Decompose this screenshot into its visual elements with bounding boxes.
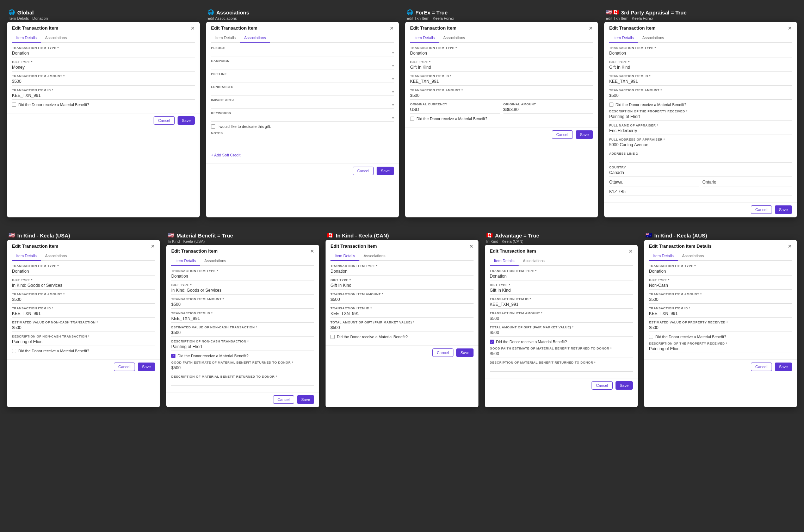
tab-associations-inkind-can[interactable]: Associations [359,252,390,261]
field-amount-appraisal: TRANSACTION ITEM AMOUNT * $500 [609,88,792,100]
tab-item-details-appraisal[interactable]: Item Details [609,33,638,43]
close-icon-global[interactable]: ✕ [191,26,195,31]
field-amount-inkind-usa: TRANSACTION ITEM AMOUNT * $500 [12,292,155,304]
modal-tabs-inkind-aus: Item Details Associations [649,252,792,261]
scenario-inkind-can: 🇨🇦 In Kind - Keela (CAN) Edit Transactio… [326,230,478,407]
save-button-assoc[interactable]: Save [377,167,394,175]
close-icon-inkind-aus[interactable]: ✕ [788,244,792,249]
checkbox-material-inkind-aus[interactable]: Did the Donor receive a Material Benefit… [649,335,792,339]
save-button-forex[interactable]: Save [576,130,593,139]
checkbox-material-forex[interactable]: Did the Donor receive a Material Benefit… [410,117,593,121]
close-icon-material-usa[interactable]: ✕ [310,249,314,254]
modal-tabs-assoc: Item Details Associations [211,33,394,43]
checkbox-icon-inkind-can [330,335,335,339]
field-pledge: PLEDGE ▾ [211,46,394,56]
cancel-button-appraisal[interactable]: Cancel [751,205,772,214]
save-button-advantage-can[interactable]: Save [616,381,633,390]
tab-item-details-material-usa[interactable]: Item Details [171,256,200,266]
save-button-inkind-aus[interactable]: Save [775,363,792,371]
select-keywords[interactable]: ▾ [211,116,394,122]
select-campaign[interactable]: ▾ [211,64,394,69]
modal-assoc: Edit Transaction Item ✕ Item Details Ass… [206,22,399,217]
tab-item-details-advantage-can[interactable]: Item Details [490,256,519,266]
checkbox-material-inkind-can[interactable]: Did the Donor receive a Material Benefit… [330,335,474,339]
modal-title-appraisal: Edit Transaction Item [609,25,655,31]
field-keywords: KEYWORDS ▾ [211,111,394,122]
close-icon-assoc[interactable]: ✕ [390,26,394,31]
close-icon-inkind-usa[interactable]: ✕ [151,244,155,249]
tab-associations-appraisal[interactable]: Associations [638,33,668,43]
tab-associations-inkind-usa[interactable]: Associations [41,252,71,261]
modal-footer-appraisal: Cancel Save [604,202,797,217]
field-amount-inkind-aus: TRANSACTION ITEM AMOUNT * $500 [649,292,792,304]
tab-item-details-inkind-usa[interactable]: Item Details [12,252,41,261]
tab-item-details-inkind-aus[interactable]: Item Details [649,252,678,261]
tab-item-details-forex[interactable]: Item Details [410,33,439,43]
checkbox-material-appraisal[interactable]: Did the Donor receive a Material Benefit… [609,103,792,107]
scenario-global: 🌐 Global Item Details - Donation Edit Tr… [7,7,200,217]
tab-item-details-inkind-can[interactable]: Item Details [330,252,359,261]
save-button-appraisal[interactable]: Save [775,205,792,214]
checkbox-icon-inkind-usa [12,349,16,353]
modal-footer-material-usa: Cancel Save [166,392,319,407]
modal-body-inkind-usa: TRANSACTION ITEM TYPE * Donation GIFT TY… [7,261,160,359]
select-pipeline[interactable]: ▾ [211,77,394,82]
field-desc-inkind-usa: DESCRIPTION OF NON-CASH TRANSACTION * Pa… [12,335,155,346]
modal-title-inkind-can: Edit Transaction Item [330,243,377,249]
field-city: Ottawa [609,180,699,186]
save-button-inkind-can[interactable]: Save [456,348,474,357]
checkbox-material-advantage-can[interactable]: ✓ Did the Donor receive a Material Benef… [490,340,633,344]
field-amount-advantage-can: TRANSACTION ITEM AMOUNT * $500 [490,311,633,323]
cancel-button-assoc[interactable]: Cancel [353,167,374,175]
modal-global: Edit Transaction Item ✕ Item Details Ass… [7,22,200,217]
tab-item-details-assoc[interactable]: Item Details [211,33,240,43]
cancel-button-material-usa[interactable]: Cancel [273,395,294,404]
close-icon-appraisal[interactable]: ✕ [788,26,792,31]
cancel-button-forex[interactable]: Cancel [552,130,573,139]
tab-associations-material-usa[interactable]: Associations [200,256,230,266]
field-amount-forex: TRANSACTION ITEM AMOUNT * $500 [410,88,593,100]
scenario-subtitle-material-usa: In Kind - Keela (USA) [168,239,318,243]
tab-associations-forex[interactable]: Associations [439,33,469,43]
tab-associations-advantage-can[interactable]: Associations [519,256,549,266]
cancel-button-inkind-usa[interactable]: Cancel [114,363,135,371]
cancel-button-global[interactable]: Cancel [154,116,175,125]
save-button-inkind-usa[interactable]: Save [138,363,155,371]
scenario-advantage-can: 🇨🇦 Advantage = True In Kind - Keela (CAN… [485,230,638,407]
tab-item-details-global[interactable]: Item Details [12,33,41,43]
close-icon-advantage-can[interactable]: ✕ [629,249,633,254]
cancel-button-inkind-aus[interactable]: Cancel [751,363,772,371]
notes-input[interactable] [211,136,394,150]
modal-body-material-usa: TRANSACTION ITEM TYPE * Donation GIFT TY… [166,266,319,392]
field-province: Ontario [703,180,792,186]
select-impact-area[interactable]: ▾ [211,103,394,109]
modal-inkind-can: Edit Transaction Item ✕ Item Details Ass… [326,240,478,407]
field-address2: ADDRESS LINE 2 [609,152,792,163]
field-gift-type-material-usa: GIFT TYPE * In Kind: Goods or Services [171,283,314,295]
checkbox-icon-advantage-can: ✓ [490,340,494,344]
checkbox-material-material-usa[interactable]: ✓ Did the Donor receive a Material Benef… [171,354,314,358]
cancel-button-advantage-can[interactable]: Cancel [592,381,613,390]
modal-title-forex: Edit Transaction Item [410,25,456,31]
cancel-button-inkind-can[interactable]: Cancel [432,348,453,357]
save-button-material-usa[interactable]: Save [297,395,314,404]
close-icon-inkind-can[interactable]: ✕ [469,244,474,249]
save-button-global[interactable]: Save [178,116,195,125]
checkbox-material-global[interactable]: Did the Donor receive a Material Benefit… [12,103,195,107]
select-fundraiser[interactable]: ▾ [211,90,394,95]
field-good-faith-material-usa: GOOD FAITH ESTIMATE OF MATERIAL BENEFIT … [171,361,314,372]
close-icon-forex[interactable]: ✕ [589,26,593,31]
modal-inkind-aus: Edit Transaction Item Details ✕ Item Det… [644,240,797,407]
field-orig-currency: ORIGINAL CURRENCY USD [410,103,500,114]
add-soft-credit-button[interactable]: + Add Soft Credit [211,153,394,157]
scenario-subtitle-global: Item Details - Donation [8,16,198,20]
checkbox-dedicate[interactable]: I would like to dedicate this gift. [211,124,394,129]
checkbox-material-inkind-usa[interactable]: Did the Donor receive a Material Benefit… [12,349,155,353]
tab-associations-global[interactable]: Associations [41,33,71,43]
field-txn-type-material-usa: TRANSACTION ITEM TYPE * Donation [171,269,314,280]
select-pledge[interactable]: ▾ [211,51,394,56]
tab-associations-assoc[interactable]: Associations [240,33,270,43]
tab-associations-inkind-aus[interactable]: Associations [678,252,708,261]
modal-header-inkind-can: Edit Transaction Item ✕ [326,240,478,249]
flag-inkind-usa: 🇺🇸 [8,232,15,239]
